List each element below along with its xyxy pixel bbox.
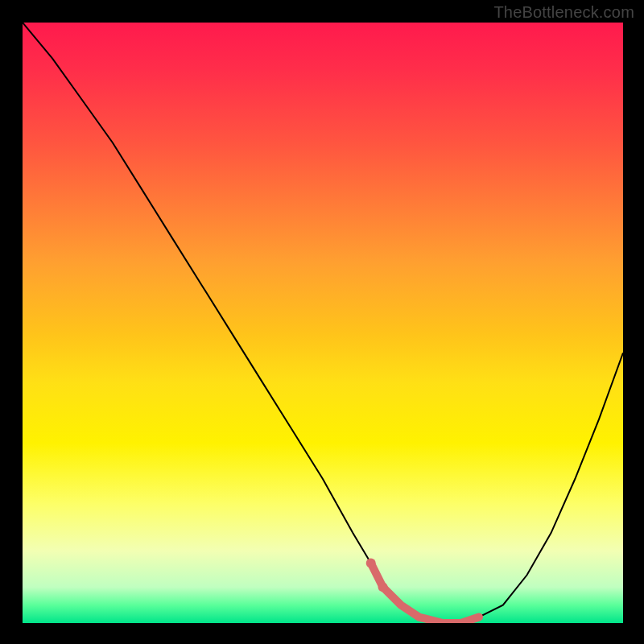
curve-svg bbox=[23, 23, 623, 623]
watermark-text: TheBottleneck.com bbox=[493, 3, 634, 22]
highlight-dot-1 bbox=[378, 582, 388, 592]
chart-frame: TheBottleneck.com bbox=[0, 0, 644, 644]
highlight-segment bbox=[371, 563, 479, 623]
bottleneck-curve bbox=[23, 23, 623, 623]
highlight-dot-0 bbox=[366, 558, 376, 568]
highlight-region bbox=[366, 558, 479, 623]
plot-area bbox=[23, 23, 623, 623]
